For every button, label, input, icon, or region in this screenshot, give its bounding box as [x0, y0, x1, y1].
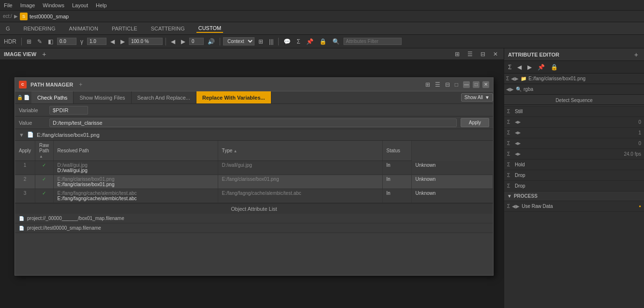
- tab-g[interactable]: G: [4, 25, 12, 32]
- menu-file[interactable]: File: [4, 2, 13, 8]
- pm-object-list-label: Object Attribute List: [231, 206, 277, 212]
- pm-tab-search[interactable]: Search And Replace...: [132, 91, 196, 103]
- sep2: [165, 38, 166, 45]
- tab-scattering[interactable]: SCATTERING: [149, 25, 187, 32]
- sigma-0: Σ: [507, 119, 513, 125]
- table-row: 3 ✓ E:/fang/fagng/cache/alembic/test.abc…: [15, 189, 493, 203]
- context-dropdown[interactable]: Context: [223, 37, 255, 45]
- display-value-input[interactable]: [57, 38, 76, 45]
- menu-windows[interactable]: Windows: [43, 2, 64, 8]
- image-view-label: IMAGE VIEW: [4, 51, 36, 57]
- pm-tab-check[interactable]: Check Paths: [31, 91, 74, 103]
- audio-fwd[interactable]: ▶: [179, 37, 187, 46]
- rp-lock[interactable]: 🔒: [549, 63, 560, 72]
- pm-maximize-btn[interactable]: □: [473, 81, 479, 88]
- attr-editor-add-btn[interactable]: +: [632, 51, 640, 58]
- grid-btn[interactable]: ⊞: [256, 37, 265, 46]
- detect-sequence-btn[interactable]: Detect Sequence: [504, 96, 644, 105]
- attr-header-right: +: [632, 51, 640, 58]
- pm-table-header: Apply Raw Path Resolved Path Type Status: [15, 141, 493, 161]
- bubble-btn[interactable]: 💬: [282, 37, 293, 46]
- col-status: Status: [382, 141, 411, 161]
- rp-arrow-left[interactable]: ◀: [515, 63, 524, 72]
- menu-image[interactable]: Image: [20, 2, 35, 8]
- pm-path-header: ▼ 📄 E:/fang/clarisse/box01.png: [15, 129, 493, 141]
- menu-bar: File Image Windows Layout Help: [0, 0, 644, 11]
- tab-animation[interactable]: ANIMATION: [67, 25, 100, 32]
- attributes-filter-input[interactable]: [344, 38, 402, 45]
- rp-sigma-btn[interactable]: Σ: [506, 63, 513, 72]
- pm-object-item-1[interactable]: 📄 project://_00000______/box01_map.filen…: [15, 214, 493, 223]
- pm-tab-missing[interactable]: Show Missing Files: [74, 91, 131, 103]
- lock-btn[interactable]: 🔒: [317, 37, 329, 46]
- pm-show-all-dropdown[interactable]: Show All ▼: [461, 93, 493, 102]
- label-drop1: Drop: [515, 173, 641, 178]
- image-view-add-btn[interactable]: +: [40, 51, 48, 58]
- tab-particle[interactable]: PARTICLE: [110, 25, 139, 32]
- bars-btn[interactable]: |||: [267, 37, 275, 46]
- layout-cols-btn[interactable]: ☰: [465, 50, 475, 59]
- pm-minimize-btn[interactable]: —: [463, 81, 470, 88]
- pm-layout-rows[interactable]: ⊟: [443, 80, 452, 89]
- pm-layout-cols[interactable]: ☰: [433, 80, 442, 89]
- pm-add-btn[interactable]: +: [77, 82, 84, 88]
- layout-grid-btn[interactable]: ⊞: [453, 50, 462, 59]
- use-raw-data-row: Σ ◀▶ Use Raw Data ●: [504, 201, 644, 212]
- pm-close-btn[interactable]: ✕: [482, 81, 489, 88]
- toolbar-display-icon[interactable]: ⊞: [25, 37, 33, 46]
- tab-rendering[interactable]: RENDERING: [22, 25, 58, 32]
- pin-btn[interactable]: 📌: [304, 37, 315, 46]
- row2-check[interactable]: ✓: [35, 175, 54, 189]
- sigma-btn[interactable]: Σ: [295, 37, 302, 46]
- rp-arrow-right[interactable]: ▶: [525, 63, 534, 72]
- gamma-value-input[interactable]: [87, 38, 106, 45]
- rp-sigma-icon: Σ: [506, 76, 509, 81]
- filter-btn[interactable]: 🔍: [330, 37, 342, 46]
- row1-check[interactable]: ✓: [35, 161, 54, 175]
- audio-value-input[interactable]: [189, 38, 204, 45]
- attr-header-left: ATTRIBUTE EDITOR: [508, 52, 559, 58]
- rp-x-icon: ◀▶: [511, 76, 519, 81]
- pm-title-text: PATH MANAGER: [30, 82, 73, 88]
- toolbar-view[interactable]: ◧: [46, 37, 55, 46]
- pm-path-expand: ▼: [19, 132, 24, 138]
- process-section-header: ▼ PROCESS: [504, 191, 644, 201]
- arrow-1: ◀▶: [515, 131, 521, 135]
- row3-raw-bottom: E:/fang/fagng/cache/alembic/test.abc: [58, 196, 214, 201]
- sigma-fps: Σ: [507, 151, 513, 157]
- apply-value-btn[interactable]: Apply: [461, 118, 489, 127]
- menu-layout[interactable]: Layout: [72, 2, 88, 8]
- breadcrumb-bar: ect:/ ▶ S test00000_smap: [0, 11, 644, 22]
- row1-type: In: [382, 161, 411, 175]
- tab-custom[interactable]: CUSTOM: [196, 24, 223, 33]
- toolbar-hdr[interactable]: HDR: [2, 37, 18, 46]
- speaker-icon[interactable]: 🔊: [206, 37, 217, 46]
- layout-rows-btn[interactable]: ⊟: [479, 50, 487, 59]
- attr-editor-title: ATTRIBUTE EDITOR: [508, 52, 559, 58]
- toolbar-pencil[interactable]: ✎: [35, 37, 44, 46]
- col-resolved: Resolved Path: [53, 141, 218, 161]
- zoom-value-input[interactable]: [129, 38, 163, 45]
- breadcrumb-arrow: ▶: [14, 14, 18, 19]
- arrow-0: ◀▶: [515, 120, 521, 124]
- pm-layout-single[interactable]: □: [453, 80, 460, 89]
- rp-search-icon: ◀▶: [506, 87, 514, 92]
- row3-check[interactable]: ✓: [35, 189, 54, 203]
- rp-pin[interactable]: 📌: [536, 63, 547, 72]
- pm-tab-replace-label: Replace With Variables...: [202, 95, 265, 101]
- pm-layout-grid[interactable]: ⊞: [423, 80, 432, 89]
- menu-help[interactable]: Help: [96, 2, 107, 8]
- sep3: [220, 38, 220, 45]
- zoom-fwd[interactable]: ▶: [119, 37, 127, 46]
- pm-object-item-2[interactable]: 📄 project://test00000_smap.filename: [15, 223, 493, 233]
- zoom-back[interactable]: ◀: [108, 37, 117, 46]
- gamma-icon[interactable]: γ: [78, 37, 85, 46]
- value-1: 1: [638, 130, 641, 135]
- value-input[interactable]: [49, 118, 457, 127]
- image-view-close[interactable]: ✕: [491, 50, 500, 59]
- row1-resolved: D:/wall/gui.jpg: [218, 161, 382, 175]
- pm-tab-replace[interactable]: Replace With Variables...: [196, 91, 271, 103]
- row2-status: Unknown: [411, 175, 493, 189]
- audio-back[interactable]: ◀: [169, 37, 177, 46]
- pm-file-icon: 📄: [24, 95, 30, 100]
